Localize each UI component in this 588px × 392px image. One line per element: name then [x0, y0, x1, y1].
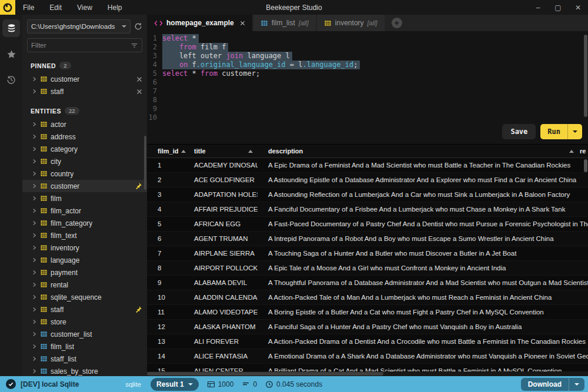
cell-title[interactable]: AFRICAN EGG — [183, 220, 258, 227]
chevron-right-icon[interactable] — [32, 368, 37, 374]
unpin-icon[interactable] — [136, 76, 142, 82]
cell-title[interactable]: ALI FOREVER — [183, 338, 258, 345]
sidebar-item-film[interactable]: film — [22, 192, 147, 205]
pinned-section-header[interactable]: PINNED 2 — [22, 52, 147, 73]
sidebar-item-city[interactable]: city — [22, 155, 147, 167]
column-header-description[interactable]: description — [258, 148, 580, 155]
cell-film-id[interactable]: 8 — [147, 264, 183, 272]
menu-file[interactable]: File — [15, 4, 42, 12]
table-row[interactable]: 11ALAMO VIDEOTAPEA Boring Epistle of a B… — [147, 305, 588, 320]
table-row[interactable]: 7AIRPLANE SIERRAA Touching Saga of a Hun… — [147, 246, 588, 261]
code-line-7[interactable]: 7 — [147, 87, 588, 96]
sidebar-item-customer[interactable]: customer — [22, 180, 147, 192]
table-row[interactable]: 2ACE GOLDFINGERA Astounding Epistle of a… — [147, 173, 588, 187]
cell-description[interactable]: A Astounding Reflection of a Lumberjack … — [258, 191, 588, 198]
pinned-item-customer[interactable]: customer — [22, 73, 147, 85]
sidebar-item-customer_list[interactable]: customer_list — [22, 328, 147, 340]
cell-description[interactable]: A Thoughtful Panorama of a Database Admi… — [258, 279, 588, 286]
sidebar-item-actor[interactable]: actor — [22, 118, 147, 130]
cell-title[interactable]: ALAMO VIDEOTAPE — [183, 309, 258, 316]
sql-editor[interactable]: 1select *2 from film f3 left outer join … — [147, 31, 588, 144]
unpin-icon[interactable] — [136, 89, 142, 95]
menu-edit[interactable]: Edit — [42, 4, 69, 12]
column-header-title[interactable]: title — [183, 148, 258, 155]
sidebar-item-inventory[interactable]: inventory — [22, 242, 147, 254]
chevron-right-icon[interactable] — [32, 344, 37, 349]
cell-film-id[interactable]: 5 — [147, 220, 183, 227]
chevron-right-icon[interactable] — [32, 196, 37, 201]
new-tab-button[interactable]: + — [392, 18, 402, 28]
results-horizontal-scrollbar[interactable] — [147, 372, 383, 376]
sidebar-item-language[interactable]: language — [22, 254, 147, 266]
editor-scrollbar[interactable] — [584, 35, 587, 117]
chevron-right-icon[interactable] — [32, 76, 37, 82]
cell-title[interactable]: ALABAMA DEVIL — [183, 279, 258, 286]
sidebar-item-address[interactable]: address — [22, 130, 147, 143]
cell-description[interactable]: A Astounding Epistle of a Database Admin… — [258, 176, 588, 183]
sidebar-item-rental[interactable]: rental — [22, 279, 147, 291]
column-header-film-id[interactable]: film_id — [147, 148, 183, 155]
menu-view[interactable]: View — [69, 4, 100, 12]
cell-film-id[interactable]: 1 — [147, 162, 183, 169]
chevron-right-icon[interactable] — [32, 257, 37, 263]
chevron-right-icon[interactable] — [32, 159, 37, 164]
cell-description[interactable]: A Epic Tale of a Moose And a Girl who mu… — [258, 264, 588, 272]
chevron-right-icon[interactable] — [32, 208, 37, 213]
table-row[interactable]: 14ALICE FANTASIAA Emotional Drama of a A… — [147, 349, 588, 364]
code-line-4[interactable]: 4 on f.original_language_id = l.language… — [147, 61, 588, 69]
sidebar-item-category[interactable]: category — [22, 143, 147, 155]
tables-panel-button[interactable] — [2, 19, 20, 37]
chevron-right-icon[interactable] — [32, 245, 37, 250]
cell-film-id[interactable]: 12 — [147, 323, 183, 330]
maximize-button[interactable]: ▢ — [548, 0, 568, 15]
sidebar-item-film_category[interactable]: film_category — [22, 217, 147, 229]
cell-title[interactable]: ALICE FANTASIA — [183, 353, 258, 360]
sidebar-item-store[interactable]: store — [22, 316, 147, 328]
chevron-right-icon[interactable] — [32, 331, 37, 337]
chevron-right-icon[interactable] — [32, 233, 37, 238]
cell-film-id[interactable]: 9 — [147, 279, 183, 286]
filter-input[interactable] — [31, 42, 131, 49]
entities-section-header[interactable]: ENTITIES 22 — [22, 98, 147, 118]
chevron-right-icon[interactable] — [32, 270, 37, 275]
cell-description[interactable]: A Boring Epistle of a Butler And a Cat w… — [258, 309, 588, 316]
cell-film-id[interactable]: 11 — [147, 309, 183, 316]
cell-title[interactable]: ADAPTATION HOLES — [183, 191, 258, 198]
cell-film-id[interactable]: 6 — [147, 235, 183, 242]
cell-description[interactable]: A Fanciful Saga of a Hunter And a Pastry… — [258, 323, 588, 330]
save-button[interactable]: Save — [502, 124, 536, 139]
pin-icon[interactable] — [135, 306, 142, 313]
table-row[interactable]: 5AFRICAN EGGA Fast-Paced Documentary of … — [147, 217, 588, 232]
table-row[interactable]: 9ALABAMA DEVILA Thoughtful Panorama of a… — [147, 276, 588, 290]
cell-film-id[interactable]: 15 — [147, 367, 183, 371]
cell-title[interactable]: AIRPLANE SIERRA — [183, 250, 258, 257]
chevron-right-icon[interactable] — [32, 220, 37, 226]
code-line-9[interactable]: 9 — [147, 105, 588, 113]
sidebar-item-staff[interactable]: staff — [22, 303, 147, 316]
pin-icon[interactable] — [135, 182, 142, 190]
close-tab-icon[interactable] — [240, 21, 245, 26]
cell-title[interactable]: ALIEN CENTER — [183, 367, 258, 371]
filter-icon[interactable] — [131, 42, 138, 49]
chevron-right-icon[interactable] — [32, 319, 37, 324]
chevron-right-icon[interactable] — [32, 183, 37, 189]
cell-description[interactable]: A Action-Packed Tale of a Man And a Lumb… — [258, 294, 588, 301]
tab-film_list[interactable]: film_list[all] — [253, 15, 316, 31]
result-selector[interactable]: Result 1 — [151, 378, 199, 391]
chevron-right-icon[interactable] — [32, 122, 37, 127]
cell-film-id[interactable]: 3 — [147, 191, 183, 198]
cell-title[interactable]: ALADDIN CALENDAR — [183, 294, 258, 301]
tab-homepage_example[interactable]: homepage_example — [147, 15, 252, 31]
pinned-item-staff[interactable]: staff — [22, 85, 147, 98]
sidebar-scrollbar[interactable] — [144, 136, 146, 190]
sidebar-item-film_list[interactable]: film_list — [22, 340, 147, 353]
cell-description[interactable]: A Fast-Paced Documentary of a Pastry Che… — [258, 220, 588, 227]
cell-film-id[interactable]: 7 — [147, 250, 183, 257]
sidebar-item-film_text[interactable]: film_text — [22, 229, 147, 242]
run-options-button[interactable] — [567, 124, 582, 139]
cell-description[interactable]: A Touching Saga of a Hunter And a Butler… — [258, 250, 588, 257]
chevron-right-icon[interactable] — [32, 89, 37, 94]
table-row[interactable]: 15ALIEN CENTERA Brilliant Drama of a Cat… — [147, 364, 588, 371]
menu-help[interactable]: Help — [100, 4, 130, 12]
cell-description[interactable]: A Emotional Drama of a A Shark And a Dat… — [258, 353, 588, 360]
